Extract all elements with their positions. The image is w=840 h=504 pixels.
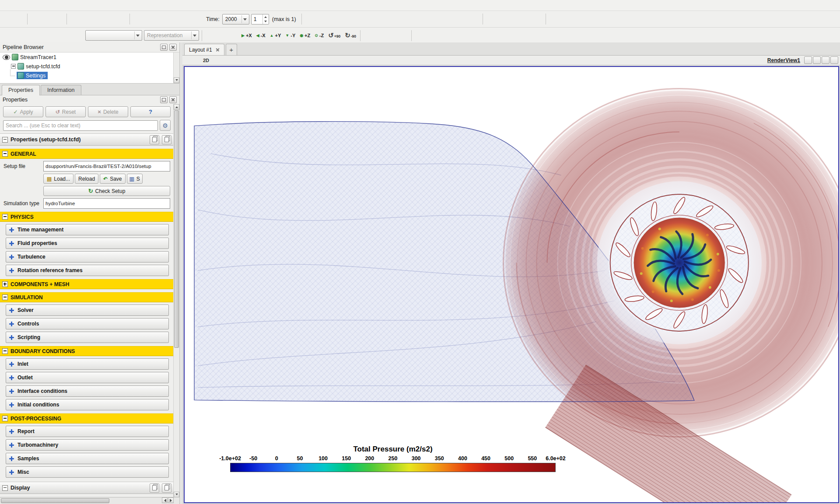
color-legend-tick: 250 bbox=[388, 455, 398, 462]
tab-properties[interactable]: Properties bbox=[2, 85, 40, 95]
color-by-select[interactable] bbox=[85, 30, 142, 41]
plus-icon bbox=[9, 362, 14, 367]
paste-display-icon[interactable] bbox=[162, 483, 172, 493]
render-viewport[interactable]: Total Pressure (m2/s2) -1.0e+02-50050100… bbox=[184, 66, 839, 503]
menu-item[interactable] bbox=[24, 4, 31, 7]
interaction-mode-toggle[interactable]: 2D bbox=[201, 58, 211, 63]
frame-spinner[interactable]: 1 bbox=[251, 14, 269, 24]
scroll-right-arrow-icon[interactable] bbox=[168, 497, 174, 503]
menu-item[interactable] bbox=[52, 4, 59, 7]
pipeline-scrollbar[interactable] bbox=[173, 52, 179, 83]
menu-item[interactable] bbox=[38, 4, 45, 7]
paste-properties-icon[interactable] bbox=[162, 135, 172, 144]
toolbar-separator bbox=[66, 14, 67, 24]
gear-icon[interactable]: ⚙ bbox=[160, 120, 171, 131]
property-group-button[interactable]: Controls bbox=[6, 318, 169, 329]
time-select[interactable]: 2000 bbox=[222, 14, 249, 24]
property-group-button[interactable]: Report bbox=[6, 426, 169, 437]
close-panel-icon[interactable] bbox=[169, 44, 177, 51]
property-group-button[interactable]: Misc bbox=[6, 466, 169, 478]
property-group-button[interactable]: Rotation reference frames bbox=[6, 265, 169, 276]
spin-down-icon[interactable] bbox=[263, 19, 269, 24]
copy-display-icon[interactable] bbox=[150, 483, 159, 493]
section-header[interactable]: SIMULATION bbox=[0, 292, 174, 302]
selected-pipeline-item[interactable]: Settings bbox=[17, 72, 48, 79]
properties-source-header[interactable]: Properties (setup-tcfd.tcfd) bbox=[0, 133, 174, 146]
search-input[interactable] bbox=[3, 120, 158, 131]
menu-item[interactable] bbox=[17, 4, 24, 7]
pipeline-browser-title: Pipeline Browser bbox=[3, 44, 44, 50]
section-items: Report Turbomachinery Samples bbox=[0, 426, 174, 478]
rotate-arrow-icon: ↺ bbox=[328, 32, 334, 39]
scroll-up-arrow-icon[interactable] bbox=[174, 104, 179, 110]
scroll-left-arrow-icon[interactable] bbox=[162, 497, 168, 503]
check-setup-button[interactable]: ↻ Check Setup bbox=[43, 186, 170, 196]
copy-properties-icon[interactable] bbox=[150, 135, 159, 144]
reset-button[interactable]: ↺ Reset bbox=[46, 106, 86, 117]
tab-information[interactable]: Information bbox=[41, 85, 81, 95]
pipeline-item-settings[interactable]: Settings bbox=[0, 71, 179, 80]
save-button[interactable]: ↶ Save bbox=[100, 174, 125, 184]
render-view-toolbar: 2D RenderView1 bbox=[182, 56, 840, 65]
display-section-header[interactable]: Display bbox=[0, 482, 174, 494]
close-panel-icon[interactable] bbox=[169, 96, 177, 103]
visibility-eye-icon[interactable] bbox=[3, 55, 10, 60]
property-group-button[interactable]: Turbulence bbox=[6, 251, 169, 262]
menu-item[interactable] bbox=[3, 4, 10, 7]
property-sections: PHYSICS Time management bbox=[0, 212, 174, 478]
menu-item[interactable] bbox=[31, 4, 38, 7]
cfd-visualization bbox=[185, 67, 838, 502]
property-group-label: Time management bbox=[18, 227, 63, 233]
property-group-button[interactable]: Initial conditions bbox=[6, 399, 169, 410]
render-view-name[interactable]: RenderView1 bbox=[767, 57, 800, 63]
scroll-down-arrow-icon[interactable] bbox=[174, 77, 179, 83]
menu-item[interactable] bbox=[59, 4, 66, 7]
property-group-button[interactable]: Samples bbox=[6, 453, 169, 464]
load-button[interactable]: ▤ Load... bbox=[43, 174, 74, 184]
float-panel-icon[interactable] bbox=[160, 96, 168, 103]
spin-up-icon[interactable] bbox=[263, 14, 269, 19]
section-items: Inlet Outlet Interface conditions bbox=[0, 358, 174, 410]
apply-button[interactable]: ✓ Apply bbox=[3, 106, 43, 117]
save-as-button[interactable]: ▥ S bbox=[127, 174, 143, 184]
menu-item[interactable] bbox=[10, 4, 17, 7]
pipeline-item-setup-tcfd[interactable]: setup-tcfd.tcfd bbox=[0, 62, 179, 71]
axis-button-label: +X bbox=[246, 33, 252, 38]
section-header[interactable]: POST-PROCESSING bbox=[0, 413, 174, 424]
reload-button[interactable]: Reload bbox=[75, 174, 98, 184]
float-panel-icon[interactable] bbox=[160, 44, 168, 51]
view-window-buttons bbox=[803, 56, 838, 64]
section-header-general[interactable]: GENERAL bbox=[0, 149, 174, 159]
property-group-button[interactable]: Time management bbox=[6, 224, 169, 235]
section-header[interactable]: BOUNDARY CONDITIONS bbox=[0, 346, 174, 356]
panel-horizontal-scrollbar[interactable] bbox=[0, 497, 179, 504]
property-group-button[interactable]: Solver bbox=[6, 304, 169, 316]
property-group-button[interactable]: Outlet bbox=[6, 372, 169, 383]
layout-tab[interactable]: Layout #1 bbox=[184, 44, 224, 55]
properties-scrollbar[interactable] bbox=[173, 104, 179, 497]
color-legend-tick: 450 bbox=[481, 455, 490, 462]
delete-button[interactable]: × Delete bbox=[88, 106, 128, 117]
close-tab-icon[interactable] bbox=[216, 48, 220, 52]
property-group-button[interactable]: Turbomachinery bbox=[6, 439, 169, 451]
scrollbar-thumb[interactable] bbox=[1, 498, 109, 503]
axis-button-label: +Z bbox=[304, 33, 310, 38]
property-group-button[interactable]: Inlet bbox=[6, 358, 169, 370]
section-header[interactable]: COMPONENTS + MESH bbox=[0, 279, 174, 289]
menu-item[interactable] bbox=[45, 4, 52, 7]
property-group-button[interactable]: Fluid properties bbox=[6, 238, 169, 249]
simulation-type-input[interactable] bbox=[43, 198, 170, 209]
property-group-button[interactable]: Scripting bbox=[6, 332, 169, 343]
scrollbar-thumb[interactable] bbox=[174, 110, 179, 348]
pipeline-item-streamtracer1[interactable]: StreamTracer1 bbox=[0, 52, 179, 62]
setup-file-input[interactable] bbox=[43, 161, 170, 172]
add-layout-tab-button[interactable]: + bbox=[226, 44, 237, 55]
plus-icon bbox=[9, 228, 14, 232]
collapse-expander-icon[interactable] bbox=[11, 64, 16, 69]
section-header[interactable]: PHYSICS bbox=[0, 212, 174, 222]
plus-icon bbox=[9, 335, 14, 340]
help-button[interactable]: ? bbox=[130, 106, 171, 117]
property-group-button[interactable]: Interface conditions bbox=[6, 385, 169, 397]
representation-select[interactable]: Representation bbox=[144, 30, 199, 41]
property-group-label: Turbomachinery bbox=[18, 442, 58, 448]
